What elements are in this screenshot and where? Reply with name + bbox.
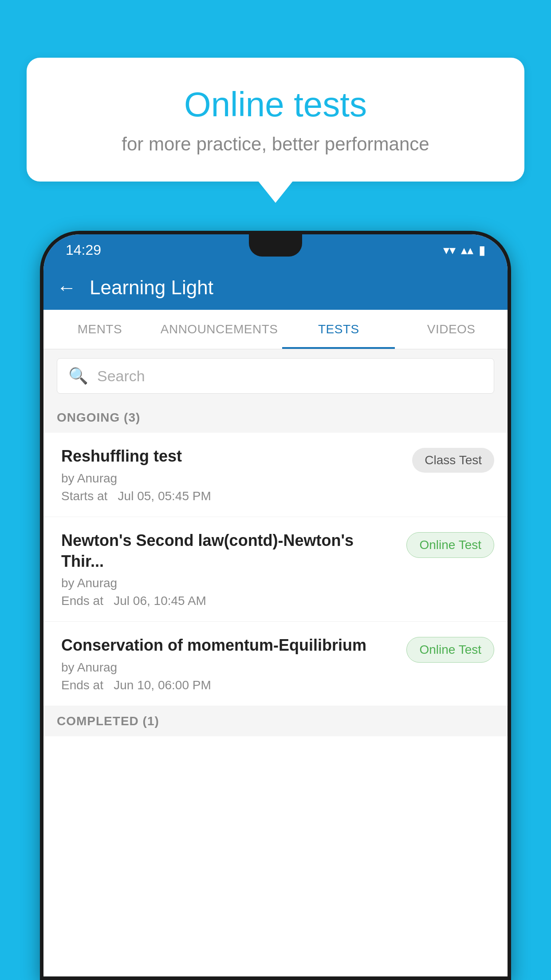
test-item-1-time-value: Jul 05, 05:45 PM bbox=[118, 489, 211, 503]
speech-bubble-subtitle: for more practice, better performance bbox=[62, 134, 489, 155]
completed-section-header: COMPLETED (1) bbox=[43, 706, 508, 736]
tab-tests[interactable]: TESTS bbox=[282, 310, 395, 349]
test-item-2-author: by Anurag bbox=[61, 576, 398, 590]
search-input[interactable]: 🔍 Search bbox=[57, 358, 494, 394]
test-item-3-title: Conservation of momentum-Equilibrium bbox=[61, 635, 398, 656]
test-item-3-author: by Anurag bbox=[61, 660, 398, 675]
test-item-3[interactable]: Conservation of momentum-Equilibrium by … bbox=[43, 622, 508, 706]
test-item-2-title: Newton's Second law(contd)-Newton's Thir… bbox=[61, 530, 398, 572]
app-title: Learning Light bbox=[90, 277, 213, 299]
tab-ments[interactable]: MENTS bbox=[43, 310, 156, 349]
speech-bubble-title: Online tests bbox=[62, 84, 489, 125]
test-item-2-info: Newton's Second law(contd)-Newton's Thir… bbox=[61, 530, 398, 609]
app-header: ← Learning Light bbox=[43, 265, 508, 310]
search-icon: 🔍 bbox=[68, 367, 88, 385]
test-item-2-badge: Online Test bbox=[406, 532, 494, 558]
test-item-3-time-value: Jun 10, 06:00 PM bbox=[114, 678, 211, 692]
test-item-3-info: Conservation of momentum-Equilibrium by … bbox=[61, 635, 398, 692]
speech-bubble: Online tests for more practice, better p… bbox=[27, 58, 524, 182]
phone-frame: 14:29 ▾▾ ▴▴ ▮ ← Learning Light MENTS ANN… bbox=[40, 231, 511, 980]
test-item-2-time-value: Jul 06, 10:45 AM bbox=[114, 594, 206, 608]
test-item-1-badge: Class Test bbox=[412, 448, 494, 473]
test-item-1-time: Starts at Jul 05, 05:45 PM bbox=[61, 489, 403, 503]
phone-notch bbox=[249, 234, 302, 257]
battery-icon: ▮ bbox=[479, 243, 485, 257]
status-icons: ▾▾ ▴▴ ▮ bbox=[443, 243, 485, 257]
status-time: 14:29 bbox=[66, 242, 101, 258]
test-item-1-time-label: Starts at bbox=[61, 489, 107, 503]
test-item-2-time-label: Ends at bbox=[61, 594, 103, 608]
test-item-2-time: Ends at Jul 06, 10:45 AM bbox=[61, 594, 398, 608]
tabs-container: MENTS ANNOUNCEMENTS TESTS VIDEOS bbox=[43, 310, 508, 349]
test-item-3-time-label: Ends at bbox=[61, 678, 103, 692]
wifi-icon: ▾▾ bbox=[443, 243, 456, 257]
back-button[interactable]: ← bbox=[57, 277, 76, 299]
search-placeholder: Search bbox=[97, 368, 145, 385]
ongoing-section-header: ONGOING (3) bbox=[43, 403, 508, 433]
test-item-1-info: Reshuffling test by Anurag Starts at Jul… bbox=[61, 446, 403, 503]
test-item-2[interactable]: Newton's Second law(contd)-Newton's Thir… bbox=[43, 517, 508, 622]
tab-announcements[interactable]: ANNOUNCEMENTS bbox=[156, 310, 283, 349]
test-item-1-author: by Anurag bbox=[61, 471, 403, 486]
tab-videos[interactable]: VIDEOS bbox=[395, 310, 508, 349]
signal-icon: ▴▴ bbox=[461, 243, 473, 257]
test-item-1-title: Reshuffling test bbox=[61, 446, 403, 467]
phone-inner: 14:29 ▾▾ ▴▴ ▮ ← Learning Light MENTS ANN… bbox=[43, 234, 508, 976]
speech-bubble-arrow bbox=[258, 181, 293, 203]
test-item-1[interactable]: Reshuffling test by Anurag Starts at Jul… bbox=[43, 433, 508, 517]
speech-bubble-container: Online tests for more practice, better p… bbox=[27, 58, 524, 203]
test-item-3-time: Ends at Jun 10, 06:00 PM bbox=[61, 678, 398, 692]
search-container: 🔍 Search bbox=[43, 349, 508, 403]
test-item-3-badge: Online Test bbox=[406, 637, 494, 663]
